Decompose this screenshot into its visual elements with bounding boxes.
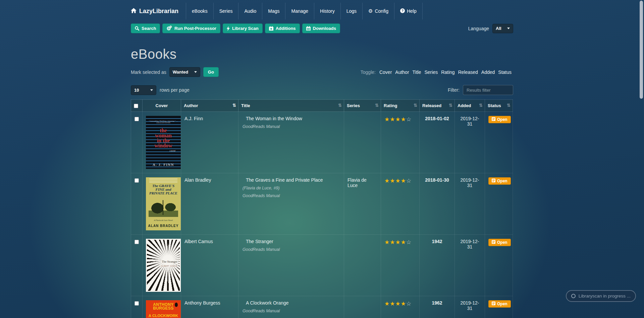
rating-cell: ★★★★☆ [381, 296, 420, 318]
run-post-processor-button[interactable]: ⚙⚙Run Post-Processor [162, 24, 220, 33]
nav-item-config[interactable]: ⚙Config [362, 3, 394, 19]
book-cover[interactable]: The GRAVE'SFINE andPRIVATE PLACEA Flavia… [146, 177, 181, 230]
list-controls: 10 rows per page Filter: [131, 85, 513, 95]
sort-icon[interactable]: ⇅ [507, 103, 511, 108]
sort-icon[interactable]: ⇅ [414, 103, 417, 108]
search-button[interactable]: Search [131, 24, 160, 33]
rows-per-page-value: 10 [134, 88, 139, 93]
title-link[interactable]: A Clockwork Orange [246, 300, 289, 306]
book-cover[interactable]: “Astounding. Thrilling. Amazing.” —GILLI… [146, 116, 181, 169]
mark-selected-label: Mark selected as [131, 70, 166, 75]
nav-item-mags[interactable]: Mags [262, 3, 285, 19]
released-cell: 2018-01-30 [420, 173, 455, 235]
open-button[interactable]: Open [488, 239, 511, 246]
sort-icon[interactable]: ⇅ [375, 103, 379, 108]
open-button[interactable]: Open [488, 116, 511, 123]
nav-item-logs[interactable]: Logs [340, 3, 362, 19]
column-header-rating[interactable]: Rating⇅ [381, 100, 420, 112]
book-cover[interactable]: The StrangerALBERT CAMUS [146, 239, 181, 292]
open-button[interactable]: Open [488, 177, 511, 185]
downloads-button[interactable]: Downloads [302, 24, 340, 33]
star-icon: ★ [384, 178, 390, 184]
toggle-author[interactable]: Author [395, 70, 409, 75]
nav-item-help[interactable]: ?Help [394, 3, 422, 19]
select-all-checkbox[interactable] [134, 104, 138, 108]
author-link[interactable]: Albert Camus [184, 239, 213, 244]
cover-title-text: A CLOCKWORKORANGE [146, 314, 181, 318]
toggle-series[interactable]: Series [425, 70, 438, 75]
toggle-title[interactable]: Title [413, 70, 421, 75]
column-header-author[interactable]: Author⇅ [181, 100, 238, 112]
row-checkbox[interactable] [135, 117, 139, 121]
column-header-released[interactable]: Released⇅ [420, 100, 455, 112]
book-icon [492, 179, 495, 183]
nav-item-audio[interactable]: Audio [238, 3, 262, 19]
star-icon: ☆ [406, 116, 412, 123]
sort-icon[interactable]: ⇅ [232, 103, 236, 108]
mark-toggle-row: Mark selected as Wanted Go Toggle: Cover… [131, 67, 513, 77]
star-icon: ★ [401, 178, 406, 184]
row-checkbox[interactable] [135, 301, 139, 306]
toggle-rating[interactable]: Rating [441, 70, 454, 75]
star-icon: ★ [401, 116, 406, 123]
author-link[interactable]: Anthony Burgess [184, 300, 220, 306]
sort-icon[interactable]: ⇅ [449, 103, 452, 108]
star-icon: ★ [395, 178, 401, 184]
title-link[interactable]: The Graves a Fine and Private Place [246, 177, 323, 183]
caret-down-icon [507, 28, 510, 29]
open-button[interactable]: Open [488, 300, 511, 308]
toggle-released[interactable]: Released [458, 70, 478, 75]
book-icon [492, 117, 495, 122]
cover-title-text: thewomanin thewindow [146, 128, 181, 148]
column-header-added[interactable]: Added⇅ [455, 100, 485, 112]
toggle-cover[interactable]: Cover [379, 70, 392, 75]
title-link[interactable]: The Woman in the Window [246, 116, 302, 121]
author-link[interactable]: Alan Bradley [184, 177, 211, 183]
column-header-title[interactable]: Title⇅ [238, 100, 344, 112]
caret-down-icon [194, 71, 197, 73]
star-icon: ★ [395, 116, 401, 123]
navbar: LazyLibrarian eBooksSeriesAudioMagsManag… [0, 3, 644, 19]
rows-per-page-select[interactable]: 10 [131, 85, 156, 95]
calendar-plus-icon [269, 26, 273, 31]
library-scan-button[interactable]: Library Scan [223, 24, 263, 33]
sort-icon[interactable]: ⇅ [338, 103, 342, 108]
nav-item-manage[interactable]: Manage [285, 3, 314, 19]
nav-item-series[interactable]: Series [213, 3, 238, 19]
nav-item-ebooks[interactable]: eBooks [186, 3, 213, 19]
toast-libraryscan: Libraryscan in progress ... [566, 290, 636, 302]
column-header-series[interactable]: Series⇅ [344, 100, 381, 112]
toast-text: Libraryscan in progress ... [579, 293, 631, 299]
title-link[interactable]: The Stranger [246, 239, 273, 244]
toggle-status[interactable]: Status [498, 70, 512, 75]
language-group: Language All [468, 24, 513, 33]
book-row: “Astounding. Thrilling. Amazing.” —GILLI… [131, 112, 513, 173]
sort-icon[interactable]: ⇅ [479, 103, 483, 108]
nav-item-history[interactable]: History [314, 3, 340, 19]
mark-status-select[interactable]: Wanted [169, 67, 200, 77]
go-button[interactable]: Go [203, 67, 219, 77]
scrollbar-thumb[interactable] [640, 1, 643, 99]
column-header-status[interactable]: Status⇅ [485, 100, 513, 112]
svg-text:?: ? [401, 9, 404, 12]
title-cell: The StrangerGoodReads Manual [238, 235, 344, 296]
caret-down-icon [150, 89, 153, 91]
row-checkbox[interactable] [135, 178, 139, 183]
book-cover[interactable]: ANTHONYBURGESSA CLOCKWORKORANGE [146, 300, 181, 318]
author-link[interactable]: A.J. Finn [184, 116, 203, 121]
book-icon [492, 240, 495, 245]
column-header-cover[interactable]: Cover [143, 100, 181, 112]
cover-author-text: ALAN BRADLEY [146, 224, 181, 228]
book-icon [492, 302, 495, 306]
additions-button[interactable]: Additions [265, 24, 300, 33]
added-cell: 2019-12-31 [455, 296, 485, 318]
toggle-added[interactable]: Added [481, 70, 495, 75]
star-icon: ★ [395, 239, 401, 245]
language-select[interactable]: All [492, 24, 513, 33]
spinner-icon [571, 294, 576, 298]
row-checkbox[interactable] [135, 240, 139, 244]
results-filter-input[interactable] [463, 85, 513, 95]
title-subline: GoodReads Manual [243, 309, 340, 313]
brand-link[interactable]: LazyLibrarian [131, 3, 178, 19]
series-cell [344, 235, 381, 296]
